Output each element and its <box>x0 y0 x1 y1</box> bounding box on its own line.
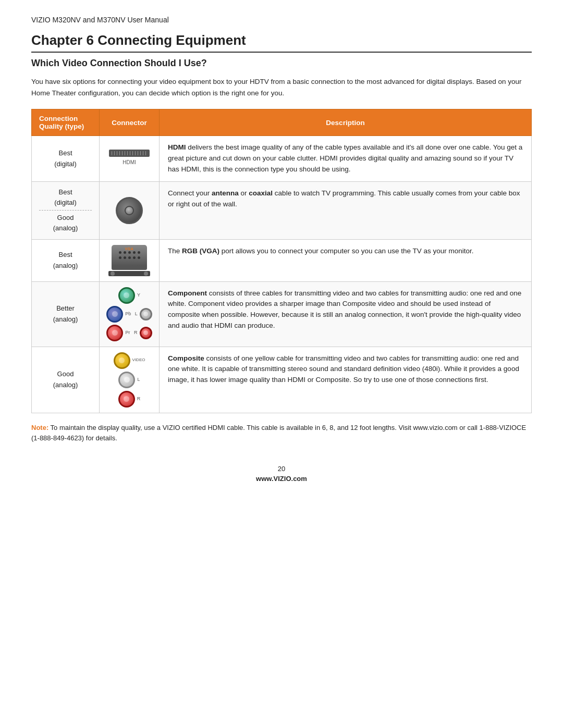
note-body: To maintain the display quality, use a V… <box>31 424 526 442</box>
quality-cell-component: Better(analog) <box>32 281 100 347</box>
page-number: 20 <box>31 465 532 473</box>
connector-cell-coax <box>100 181 160 239</box>
quality-cell-hdmi: Best(digital) <box>32 136 100 182</box>
description-cell-coax: Connect your antenna or coaxial cable to… <box>160 181 532 239</box>
table-row: Best(digital) Good(analog) Connect your … <box>32 181 532 239</box>
table-row: Best(digital) HDMI HDMI delivers the bes… <box>32 136 532 182</box>
connector-cell-component: Y Pb L <box>100 281 160 347</box>
manual-header: VIZIO M320NV and M370NV User Manual <box>31 16 532 24</box>
note-text: Note: To maintain the display quality, u… <box>31 423 532 445</box>
description-cell-hdmi: HDMI delivers the best image quality of … <box>160 136 532 182</box>
hdmi-connector-icon: HDMI <box>108 150 150 167</box>
composite-connector-icon: VIDEO L R <box>103 352 156 408</box>
connection-table: ConnectionQuality (type) Connector Descr… <box>31 109 532 413</box>
description-cell-composite: Composite consists of one yellow cable f… <box>160 347 532 413</box>
description-cell-component: Component consists of three cables for t… <box>160 281 532 347</box>
note-label: Note: <box>31 424 48 431</box>
page-footer: 20 www.VIZIO.com <box>31 465 532 483</box>
description-cell-vga: The RGB (VGA) port allows you to connect… <box>160 239 532 281</box>
component-connector-icon: Y Pb L <box>103 287 156 341</box>
chapter-title: Chapter 6 Connecting Equipment <box>31 32 532 53</box>
manual-title: VIZIO M320NV and M370NV User Manual <box>31 16 169 24</box>
section-title: Which Video Connection Should I Use? <box>31 58 532 69</box>
table-row: Better(analog) Y <box>32 281 532 347</box>
intro-text: You have six options for connecting your… <box>31 76 532 98</box>
table-row: Best(analog) VGA <box>32 239 532 281</box>
quality-cell-composite: Good(analog) <box>32 347 100 413</box>
quality-cell-vga: Best(analog) <box>32 239 100 281</box>
col-header-connector: Connector <box>100 109 160 136</box>
coax-connector-icon <box>103 197 156 224</box>
connector-cell-vga: VGA <box>100 239 160 281</box>
connector-cell-hdmi: HDMI <box>100 136 160 182</box>
col-header-description: Description <box>160 109 532 136</box>
website-url: www.VIZIO.com <box>256 475 307 483</box>
col-header-quality: ConnectionQuality (type) <box>32 109 100 136</box>
table-header-row: ConnectionQuality (type) Connector Descr… <box>32 109 532 136</box>
connector-cell-composite: VIDEO L R <box>100 347 160 413</box>
table-row: Good(analog) VIDEO <box>32 347 532 413</box>
vga-connector-icon: VGA <box>103 245 156 276</box>
quality-cell-coax: Best(digital) Good(analog) <box>32 181 100 239</box>
